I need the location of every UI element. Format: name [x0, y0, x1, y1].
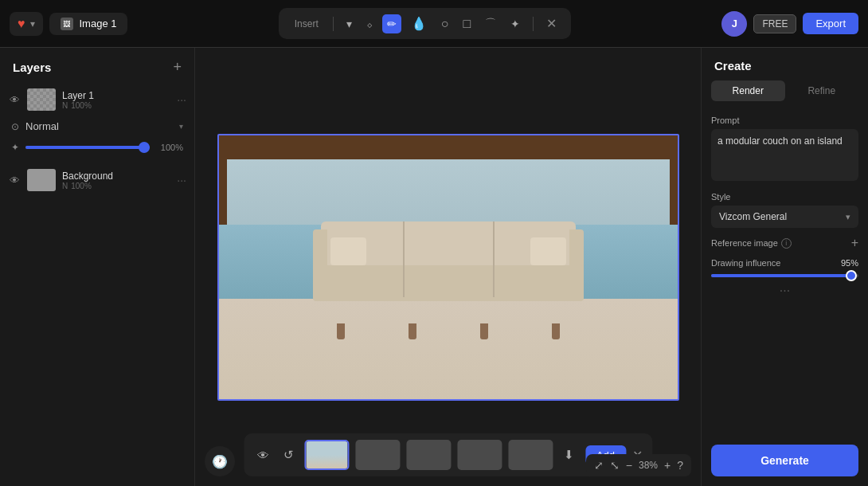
filmstrip-refresh-button[interactable]: ↺: [280, 445, 298, 464]
topbar-right: J FREE Export: [721, 11, 858, 37]
layers-title: Layers: [13, 61, 51, 74]
zoom-out-button[interactable]: −: [626, 459, 632, 472]
stars-tool[interactable]: ✦: [506, 14, 525, 33]
generate-button[interactable]: Generate: [711, 445, 858, 476]
list-item[interactable]: 👁 Background N 100% ···: [0, 164, 194, 196]
filter-tool[interactable]: ⬦: [362, 14, 377, 33]
filmstrip-thumb-5[interactable]: [508, 440, 553, 470]
layer-meta: N 100%: [62, 182, 170, 190]
layer-opacity: 100%: [71, 101, 92, 110]
couch-pillow-right: [530, 237, 566, 265]
opacity-thumb[interactable]: [139, 142, 150, 153]
topbar-left: ♥ ▾ 🖼 Image 1: [10, 12, 127, 36]
logo-button[interactable]: ♥ ▾: [10, 12, 43, 36]
visibility-eye-icon[interactable]: 👁: [8, 94, 21, 106]
toolbar: Insert ▾ ⬦ ✏ 💧 ○ □ ⌒ ✦ ✕: [279, 8, 571, 39]
heart-icon: ♥: [18, 17, 25, 31]
main-content: Layers + 👁 Layer 1 N 100% ··· ⊙ Normal ▾…: [0, 48, 868, 486]
zoom-help-button[interactable]: ?: [677, 459, 683, 472]
couch-leg-2: [409, 323, 416, 339]
export-label: Export: [815, 18, 846, 29]
canvas-image[interactable]: [217, 134, 679, 401]
style-label: Style: [711, 192, 858, 202]
zoom-bar: ⤢ ⤡ − 38% + ?: [586, 454, 691, 476]
filmstrip-thumb-2[interactable]: [355, 440, 400, 470]
free-badge-button[interactable]: FREE: [753, 14, 796, 33]
style-select[interactable]: Vizcom General ▾: [711, 206, 858, 228]
avatar-initial: J: [732, 18, 737, 29]
prompt-textarea[interactable]: a modular couch on an island: [711, 129, 858, 181]
timer-area: 🕐: [205, 446, 235, 476]
blend-chevron-icon: ▾: [179, 122, 183, 131]
topbar: ♥ ▾ 🖼 Image 1 Insert ▾ ⬦ ✏ 💧 ○ □ ⌒ ✦ ✕ J…: [0, 0, 868, 48]
list-item[interactable]: 👁 Layer 1 N 100% ···: [0, 84, 194, 116]
timer-icon: 🕐: [212, 454, 228, 469]
select-tool[interactable]: ▾: [342, 14, 357, 33]
layers-header: Layers +: [0, 48, 194, 84]
layer-info: Layer 1 N 100%: [62, 90, 170, 110]
timer-button[interactable]: 🕐: [205, 446, 235, 476]
opacity-track: [25, 146, 150, 149]
couch-leg-3: [480, 323, 488, 339]
zoom-in-button[interactable]: +: [664, 459, 671, 472]
create-header: Create: [702, 48, 868, 80]
insert-tool[interactable]: Insert: [288, 15, 325, 33]
download-icon: ⬇: [564, 448, 574, 461]
panel-ellipsis: ···: [711, 277, 858, 304]
layer-more-icon[interactable]: ···: [177, 93, 186, 106]
pen-tool[interactable]: ✏: [382, 14, 401, 33]
create-title: Create: [714, 59, 855, 73]
opacity-fill: [25, 146, 150, 149]
filmstrip-thumb-4[interactable]: [457, 440, 502, 470]
opacity-slider[interactable]: [25, 146, 150, 149]
create-tabs: Render Refine: [702, 80, 868, 109]
layer-more-icon[interactable]: ···: [177, 174, 186, 186]
export-button[interactable]: Export: [803, 13, 858, 34]
layer-name: Layer 1: [62, 90, 170, 101]
couch-divider-2: [493, 221, 495, 297]
tool-divider-2: [533, 17, 534, 31]
zoom-value: 38%: [639, 460, 658, 471]
prompt-label: Prompt: [711, 116, 858, 125]
lasso-tool[interactable]: ⌒: [480, 14, 501, 34]
style-value: Vizcom General: [719, 211, 846, 222]
fit-to-screen-button[interactable]: ⤢: [594, 459, 604, 472]
layers-panel: Layers + 👁 Layer 1 N 100% ··· ⊙ Normal ▾…: [0, 48, 195, 486]
layer-mode: N: [62, 182, 68, 190]
reference-image-row: Reference image i +: [711, 236, 858, 250]
layer-mode: N: [62, 101, 68, 110]
reference-add-button[interactable]: +: [851, 236, 858, 250]
info-icon: i: [781, 238, 792, 249]
layers-add-button[interactable]: +: [173, 59, 182, 76]
layer-name: Background: [62, 170, 170, 182]
circle-tool[interactable]: ○: [436, 14, 454, 34]
logo-chevron-icon: ▾: [30, 18, 35, 29]
toolbar-close-button[interactable]: ✕: [542, 14, 561, 33]
style-chevron-icon: ▾: [846, 212, 850, 222]
filmstrip-thumb-selected[interactable]: [304, 440, 349, 470]
create-panel: Create Render Refine Prompt a modular co…: [701, 48, 868, 486]
tool-divider: [333, 17, 334, 31]
layer-thumbnail: [27, 169, 56, 191]
filmstrip-eye-button[interactable]: 👁: [253, 446, 273, 464]
rectangle-tool[interactable]: □: [458, 14, 475, 34]
fill-tool[interactable]: 💧: [406, 13, 432, 34]
insert-label: Insert: [295, 18, 319, 29]
tab-render[interactable]: Render: [711, 80, 785, 101]
expand-button[interactable]: ⤡: [610, 459, 620, 472]
opacity-value: 100%: [156, 143, 183, 152]
drawing-label: Drawing influence: [711, 258, 780, 268]
blend-icon: ⊙: [11, 121, 19, 132]
filmstrip-download-button[interactable]: ⬇: [559, 445, 579, 464]
file-title-label: Image 1: [80, 18, 117, 29]
avatar-button[interactable]: J: [721, 11, 747, 37]
blend-mode-selector[interactable]: Normal: [25, 120, 173, 132]
drawing-slider[interactable]: [711, 274, 858, 277]
visibility-eye-icon[interactable]: 👁: [8, 174, 21, 186]
slider-thumb[interactable]: [846, 270, 857, 281]
scene-background: [219, 135, 678, 399]
file-title-button[interactable]: 🖼 Image 1: [49, 13, 128, 35]
tab-refine[interactable]: Refine: [785, 80, 859, 101]
filmstrip-thumb-3[interactable]: [406, 440, 451, 470]
layer-thumbnail: [27, 88, 56, 111]
